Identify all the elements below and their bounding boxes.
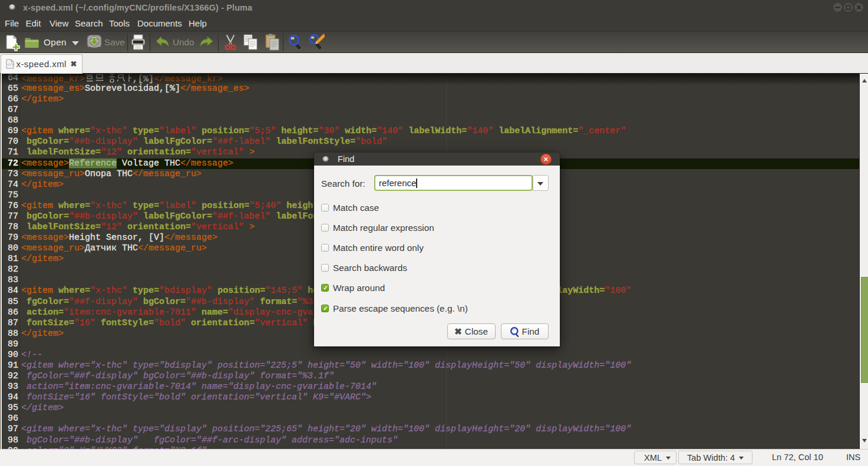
svg-text:</>: </> bbox=[7, 63, 14, 67]
